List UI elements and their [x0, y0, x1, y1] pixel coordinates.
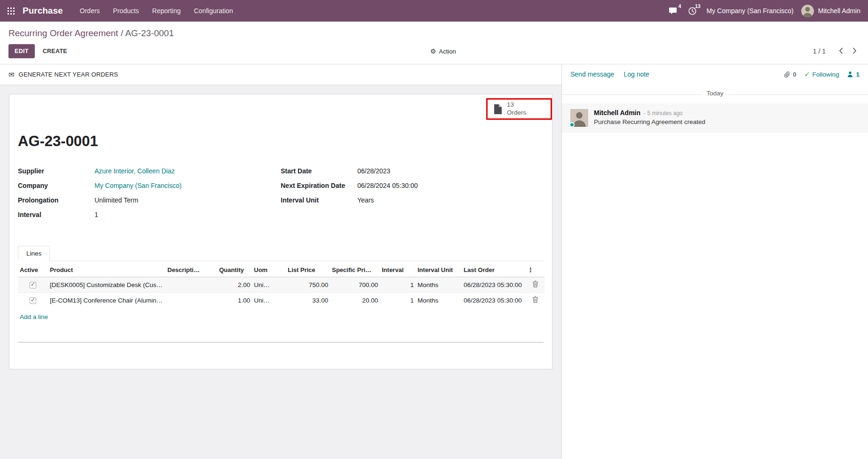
- description-cell: [166, 277, 217, 293]
- notebook-tabs: Lines: [18, 246, 544, 261]
- chatter-panel: Send message Log note 0 ✓ Following 1 To…: [561, 64, 868, 459]
- notebook: Lines Active Product Descripti… Quantity: [18, 246, 544, 322]
- menu-products[interactable]: Products: [106, 0, 145, 22]
- message-author: Mitchell Admin: [594, 109, 640, 117]
- delete-row-button[interactable]: [531, 280, 540, 289]
- attachments-button[interactable]: 0: [784, 71, 797, 78]
- form-separator: [18, 342, 544, 342]
- company-switcher[interactable]: My Company (San Francisco): [707, 7, 794, 15]
- add-a-line-link[interactable]: Add a line: [18, 311, 50, 322]
- field-label-start-date: Start Date: [281, 167, 357, 175]
- top-navbar: Purchase Orders Products Reporting Confi…: [0, 0, 868, 22]
- product-cell: [E-COM13] Conference Chair (Aluminiu…: [48, 293, 166, 308]
- check-icon: ✓: [805, 70, 810, 78]
- pager-value[interactable]: 1 / 1: [813, 47, 826, 55]
- header-description[interactable]: Descripti…: [166, 262, 217, 277]
- interval-unit-cell: Months: [416, 277, 462, 293]
- attachment-count: 0: [793, 71, 797, 78]
- message-avatar: [570, 109, 588, 127]
- breadcrumb-separator: /: [121, 28, 126, 38]
- orders-stat-label: Orders: [507, 109, 526, 117]
- list-price-cell: 33.00: [286, 293, 330, 308]
- chevron-left-icon: [839, 47, 843, 54]
- activities-systray-button[interactable]: 13: [683, 0, 702, 22]
- grid-icon: [8, 8, 15, 15]
- interval-cell: 1: [380, 293, 416, 308]
- company-link[interactable]: My Company (San Francisco): [95, 182, 181, 189]
- field-label-interval-unit: Interval Unit: [281, 196, 357, 204]
- message-timestamp: - 5 minutes ago: [644, 110, 683, 117]
- supplier-link[interactable]: Azure Interior, Colleen Diaz: [95, 167, 174, 175]
- main-content: ✉ GENERATE NEXT YEAR ORDERS 13 Orders AG…: [0, 64, 868, 459]
- header-interval[interactable]: Interval: [380, 262, 416, 277]
- optional-columns-icon[interactable]: ⋮: [526, 262, 544, 277]
- menu-configuration[interactable]: Configuration: [187, 0, 239, 22]
- interval-cell: 1: [380, 277, 416, 293]
- header-last-order[interactable]: Last Order: [462, 262, 526, 277]
- followers-button[interactable]: 1: [847, 71, 860, 78]
- product-cell: [DESK0005] Customizable Desk (Custo…: [48, 277, 166, 293]
- menu-reporting[interactable]: Reporting: [146, 0, 188, 22]
- breadcrumb: Recurring Order Agreement / AG-23-0001: [8, 28, 860, 39]
- chevron-right-icon: [852, 47, 857, 54]
- user-menu[interactable]: Mitchell Admin: [801, 5, 860, 17]
- messages-systray-button[interactable]: 4: [663, 0, 683, 22]
- specific-price-cell: 20.00: [330, 293, 380, 308]
- avatar-image: [801, 5, 814, 17]
- pager-next-button[interactable]: [850, 46, 860, 57]
- following-button[interactable]: ✓ Following: [805, 70, 839, 78]
- app-brand[interactable]: Purchase: [23, 6, 63, 16]
- header-product[interactable]: Product: [48, 262, 166, 277]
- record-title: AG-23-0001: [18, 133, 544, 150]
- chat-bubble-icon: [669, 7, 677, 15]
- lines-table: Active Product Descripti… Quantity Uom L…: [18, 262, 544, 308]
- user-name: Mitchell Admin: [818, 7, 860, 15]
- user-avatar: [801, 5, 814, 17]
- description-cell: [166, 293, 217, 308]
- pager-previous-button[interactable]: [836, 46, 846, 57]
- envelope-icon: ✉: [8, 70, 15, 79]
- tab-lines[interactable]: Lines: [18, 246, 50, 261]
- action-menu-label: Action: [439, 48, 456, 55]
- next-expiration-date-value: 06/28/2024 05:30:00: [357, 181, 418, 190]
- control-panel: Recurring Order Agreement / AG-23-0001 E…: [0, 22, 868, 64]
- field-label-next-expiration-date: Next Expiration Date: [281, 181, 357, 190]
- header-specific-price[interactable]: Specific Pri…: [330, 262, 380, 277]
- control-panel-buttons-row: EDIT CREATE ⚙ Action 1 / 1: [8, 44, 860, 58]
- table-row[interactable]: [E-COM13] Conference Chair (Aluminiu… 1.…: [18, 293, 544, 308]
- form-column: ✉ GENERATE NEXT YEAR ORDERS 13 Orders AG…: [0, 64, 561, 459]
- action-menu-button[interactable]: ⚙ Action: [430, 47, 456, 55]
- breadcrumb-current: AG-23-0001: [125, 28, 174, 38]
- active-checkbox[interactable]: [30, 282, 36, 288]
- interval-value: 1: [95, 210, 98, 219]
- list-price-cell: 750.00: [286, 277, 330, 293]
- table-row[interactable]: [DESK0005] Customizable Desk (Custo… 2.0…: [18, 277, 544, 293]
- follower-count: 1: [856, 71, 860, 78]
- send-message-button[interactable]: Send message: [570, 70, 614, 78]
- log-note-button[interactable]: Log note: [623, 70, 649, 78]
- apps-grid-icon[interactable]: [0, 0, 22, 22]
- quantity-cell: 1.00: [217, 293, 252, 308]
- create-button[interactable]: CREATE: [37, 44, 73, 58]
- active-checkbox[interactable]: [30, 297, 36, 304]
- field-label-prolongation: Prolongation: [18, 196, 95, 204]
- field-group-left: Supplier Azure Interior, Colleen Diaz Co…: [18, 167, 281, 225]
- uom-cell: Uni…: [252, 293, 286, 308]
- field-label-supplier: Supplier: [18, 167, 95, 175]
- header-active[interactable]: Active: [18, 262, 48, 277]
- header-uom[interactable]: Uom: [252, 262, 286, 277]
- breadcrumb-parent-link[interactable]: Recurring Order Agreement: [8, 28, 118, 38]
- lines-header-row: Active Product Descripti… Quantity Uom L…: [18, 262, 544, 277]
- header-list-price[interactable]: List Price: [286, 262, 330, 277]
- date-divider-label: Today: [702, 90, 728, 97]
- document-icon: [494, 104, 502, 114]
- date-divider: Today: [562, 89, 868, 100]
- field-label-interval: Interval: [18, 210, 95, 219]
- header-interval-unit[interactable]: Interval Unit: [416, 262, 462, 277]
- edit-button[interactable]: EDIT: [8, 44, 35, 58]
- header-quantity[interactable]: Quantity: [217, 262, 252, 277]
- orders-stat-button[interactable]: 13 Orders: [488, 100, 551, 118]
- generate-next-year-orders-button[interactable]: ✉ GENERATE NEXT YEAR ORDERS: [0, 64, 561, 85]
- delete-row-button[interactable]: [531, 296, 540, 305]
- menu-orders[interactable]: Orders: [73, 0, 107, 22]
